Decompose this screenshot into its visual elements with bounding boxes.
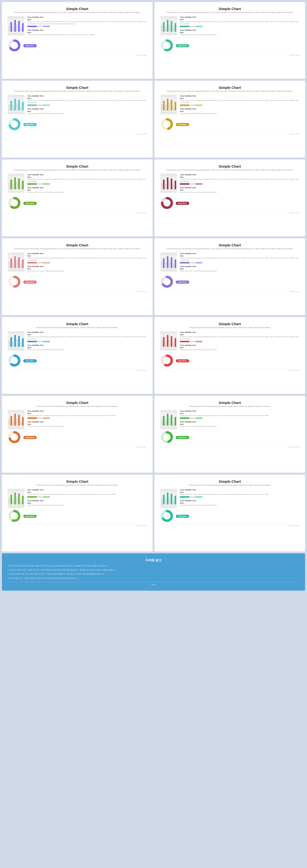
card-grid: Simple Chart Simply dummy text of the pr… xyxy=(0,0,307,553)
text-block-2-13: Your Subtitle Text Here Simply dummy tex… xyxy=(27,500,147,506)
read-more-button-3[interactable]: Read More xyxy=(23,123,37,126)
text-section-9: Your Subtitle Text Here Simply dummy tex… xyxy=(27,331,147,353)
card-title-8: Simple Chart xyxy=(160,243,299,247)
card-content-3: Your Subtitle Text Here Simply dummy tex… xyxy=(8,95,147,117)
donut-chart-2 xyxy=(160,39,173,52)
svg-rect-123 xyxy=(163,416,165,426)
text-section-8: Your Subtitle Text Here Simply dummy tex… xyxy=(180,252,299,274)
read-more-button-9[interactable]: Read More xyxy=(23,359,37,363)
svg-rect-110 xyxy=(8,412,25,427)
donut-chart-9 xyxy=(8,354,21,367)
text-section-14: Your Subtitle Text Here Simply dummy tex… xyxy=(180,489,299,508)
read-more-button-10[interactable]: Read More xyxy=(176,359,189,363)
svg-rect-60 xyxy=(169,182,170,189)
svg-rect-23 xyxy=(9,104,10,111)
svg-rect-151 xyxy=(175,496,176,504)
svg-rect-2 xyxy=(10,22,12,32)
card-content-9: Your Subtitle Text Here Simply dummy tex… xyxy=(8,331,147,353)
text-block-1-5: Your Subtitle Text Here Simply dummy tex… xyxy=(27,174,147,185)
text-block-2-sub-3: Here xyxy=(27,111,147,112)
svg-rect-85 xyxy=(175,259,176,268)
svg-rect-92 xyxy=(14,335,16,347)
donut-section-2: Read More xyxy=(160,39,299,52)
svg-rect-93 xyxy=(16,339,18,347)
donut-chart-5 xyxy=(8,196,21,210)
card-content-7: Your Subtitle Text Here Simply dummy tex… xyxy=(8,252,147,274)
card-footer-10: Slide 10/Content xyxy=(160,368,299,371)
read-more-button-12[interactable]: Read More xyxy=(176,436,189,439)
donut-text-area-3: Read More xyxy=(23,122,147,126)
card-title-6: Simple Chart xyxy=(160,164,299,168)
svg-rect-3 xyxy=(12,26,14,31)
text-block-2-title-12: Your Subtitle Text xyxy=(180,421,299,423)
card-footer-8: Slide 8/Content xyxy=(160,290,299,292)
card-title-4: Simple Chart xyxy=(160,86,299,90)
card-title-10: Simple Chart xyxy=(160,322,299,326)
text-block-2-sub-13: Here xyxy=(27,502,147,504)
svg-rect-140 xyxy=(22,496,24,504)
ad-body-2: 1. 국가공인 자격증 과정 - 다양한 국가공인 자격증 취득을 위한 체계적… xyxy=(8,568,299,571)
text-block-1-title-2: Your Subtitle Text xyxy=(180,16,299,18)
text-block-2-8: Your Subtitle Text Here Simply dummy tex… xyxy=(180,266,299,272)
text-block-1-sub-6: Here xyxy=(180,176,299,178)
card-title-5: Simple Chart xyxy=(8,164,147,168)
read-more-button-14[interactable]: Read More xyxy=(176,515,189,518)
text-block-1-body-12: Simply dummy text of the printing and ty… xyxy=(180,414,299,417)
read-more-button-1[interactable]: Read More xyxy=(23,44,37,47)
donut-chart-13 xyxy=(8,509,21,522)
svg-rect-58 xyxy=(165,184,166,189)
text-block-1-title-6: Your Subtitle Text xyxy=(180,174,299,176)
card-footer-9: Slide 9/Content xyxy=(8,368,147,371)
svg-rect-15 xyxy=(167,20,168,32)
card-content-2: Your Subtitle Text Here Simply dummy tex… xyxy=(160,16,299,38)
svg-rect-104 xyxy=(169,339,170,347)
svg-rect-69 xyxy=(12,262,14,268)
text-block-1-title-3: Your Subtitle Text xyxy=(27,95,147,97)
text-block-1-8: Your Subtitle Text Here Simply dummy tex… xyxy=(180,252,299,264)
text-block-1-title-4: Your Subtitle Text xyxy=(180,95,299,97)
text-block-1-sub-9: Here xyxy=(27,334,147,336)
svg-rect-24 xyxy=(10,101,12,111)
card-subtitle-7: Simply dummy text of the printing and ty… xyxy=(8,248,147,250)
svg-rect-107 xyxy=(175,338,176,347)
card-title-9: Simple Chart xyxy=(8,322,147,326)
text-block-2-title-1: Your Subtitle Text xyxy=(27,29,147,31)
read-more-button-13[interactable]: Read More xyxy=(23,515,37,518)
read-more-button-8[interactable]: Read More xyxy=(176,281,189,284)
text-block-2-12: Your Subtitle Text Here Simply dummy tex… xyxy=(180,421,299,428)
card-subtitle-2: Simply dummy text of the printing and ty… xyxy=(160,11,299,14)
card-content-13: Your Subtitle Text Here Simply dummy tex… xyxy=(8,489,147,508)
text-block-2-sub-4: Here xyxy=(180,111,299,112)
read-more-button-4[interactable]: Read More xyxy=(176,123,189,126)
card-subtitle-9: Simply dummy text of the printing and ty… xyxy=(8,327,147,329)
text-block-2-title-14: Your Subtitle Text xyxy=(180,500,299,502)
text-block-1-12: Your Subtitle Text Here Simply dummy tex… xyxy=(180,410,299,419)
svg-rect-71 xyxy=(16,260,18,268)
read-more-button-7[interactable]: Read More xyxy=(23,281,37,284)
text-section-13: Your Subtitle Text Here Simply dummy tex… xyxy=(27,489,147,508)
read-more-button-11[interactable]: Read More xyxy=(23,436,37,439)
svg-rect-132 xyxy=(8,491,25,505)
svg-rect-16 xyxy=(169,24,170,32)
read-more-button-2[interactable]: Read More xyxy=(176,44,189,47)
text-block-1-sub-4: Here xyxy=(180,97,299,99)
svg-rect-77 xyxy=(160,255,177,269)
card-8: Simple Chart Simply dummy text of the pr… xyxy=(155,238,305,315)
svg-rect-96 xyxy=(22,338,24,347)
svg-rect-38 xyxy=(169,103,170,111)
card-subtitle-11: Simply dummy text of the printing and ty… xyxy=(8,405,147,408)
svg-rect-12 xyxy=(161,25,163,32)
card-2: Simple Chart Simply dummy text of the pr… xyxy=(155,2,305,79)
svg-rect-36 xyxy=(165,105,166,110)
read-more-button-6[interactable]: Read More xyxy=(176,202,189,205)
card-10: Simple Chart Simply dummy text of the pr… xyxy=(155,317,305,394)
svg-rect-135 xyxy=(12,499,14,504)
svg-rect-11 xyxy=(160,18,177,33)
card-content-5: Your Subtitle Text Here Simply dummy tex… xyxy=(8,174,147,195)
svg-rect-122 xyxy=(161,419,163,426)
chart-image-12 xyxy=(160,410,177,429)
ad-footer[interactable]: More xyxy=(8,582,299,586)
svg-rect-128 xyxy=(173,421,174,426)
read-more-button-5[interactable]: Read More xyxy=(23,202,37,205)
donut-text-area-13: Read More xyxy=(23,514,147,518)
